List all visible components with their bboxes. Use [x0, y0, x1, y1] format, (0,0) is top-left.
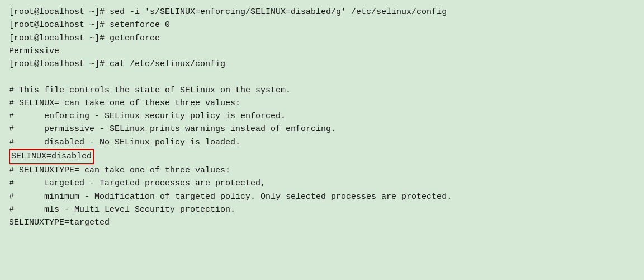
terminal-line-comment3: # enforcing - SELinux security policy is…	[9, 110, 635, 123]
terminal-line-comment8: # minimum - Modification of targeted pol…	[9, 190, 635, 203]
terminal-line-cmd1: [root@localhost ~]# sed -i 's/SELINUX=en…	[9, 6, 635, 18]
highlighted-value: SELINUX=disabled	[9, 149, 94, 164]
terminal-line-comment6: # SELINUXTYPE= can take one of three val…	[9, 164, 635, 177]
terminal-line-comment9: # mls - Multi Level Security protection.	[9, 203, 635, 216]
terminal-line-cmd4: [root@localhost ~]# cat /etc/selinux/con…	[9, 58, 635, 71]
empty-line-5	[9, 71, 635, 83]
terminal-line-comment7: # targeted - Targeted processes are prot…	[9, 177, 635, 190]
terminal-line-cmd3: [root@localhost ~]# getenforce	[9, 32, 635, 45]
terminal-line-comment2: # SELINUX= can take one of these three v…	[9, 97, 635, 110]
terminal-line-out1: Permissive	[9, 45, 635, 58]
terminal-line-comment5: # disabled - No SELinux policy is loaded…	[9, 136, 635, 149]
terminal-window: [root@localhost ~]# sed -i 's/SELINUX=en…	[0, 0, 644, 280]
terminal-line-comment1: # This file controls the state of SELinu…	[9, 84, 635, 97]
terminal-line-comment4: # permissive - SELinux prints warnings i…	[9, 123, 635, 136]
terminal-line-selinux_val: SELINUX=disabled	[9, 149, 635, 164]
terminal-line-cmd2: [root@localhost ~]# setenforce 0	[9, 18, 635, 31]
terminal-line-selinuxtype_val: SELINUXTYPE=targeted	[9, 216, 635, 229]
